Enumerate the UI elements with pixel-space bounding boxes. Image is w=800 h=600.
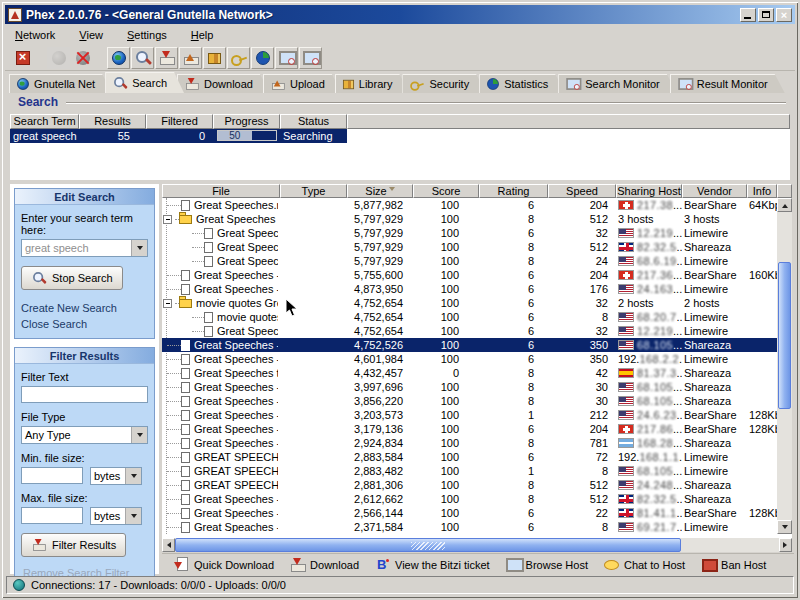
combo-dropdown-button[interactable] xyxy=(131,240,147,256)
scroll-right-button[interactable] xyxy=(779,538,792,552)
collapse-toggle-icon[interactable] xyxy=(163,215,172,224)
statistics-button[interactable] xyxy=(251,47,274,69)
sharing-host-cell: 217.38... xyxy=(616,198,682,212)
file-cell: Great Speeches themp3 xyxy=(162,366,280,380)
maximize-button[interactable] xyxy=(758,8,774,22)
progress-column-header[interactable]: Progress xyxy=(213,114,280,129)
filter-results-button[interactable]: Filter Results xyxy=(21,533,126,557)
result-row-7[interactable]: Great Speeches - Pamp34,873,950100617624… xyxy=(162,282,777,296)
rating-column-header[interactable]: Rating xyxy=(479,184,548,198)
result-row-20[interactable]: GREAT SPEECHES Jimp32,883,4821001868.105… xyxy=(162,464,777,478)
result-row-21[interactable]: GREAT SPEECHES Jimp32,881,306100851224.2… xyxy=(162,478,777,492)
scroll-down-button[interactable] xyxy=(777,520,792,534)
tab-search[interactable]: Search xyxy=(105,72,184,93)
close-search-link[interactable]: Close Search xyxy=(21,318,148,330)
view-the-bitzi-ticket-button[interactable]: View the Bitzi ticket xyxy=(375,557,490,573)
minimize-button[interactable] xyxy=(740,8,756,22)
horizontal-scroll-thumb[interactable] xyxy=(175,538,681,552)
download-button[interactable] xyxy=(155,47,178,69)
score-column-header[interactable]: Score xyxy=(413,184,479,198)
create-new-search-link[interactable]: Create New Search xyxy=(21,302,148,314)
result-row-11[interactable]: Great Speeches - Pamp34,752,526100635068… xyxy=(162,338,777,352)
tab-gnutella-net[interactable]: Gnutella Net xyxy=(9,74,112,93)
vertical-scroll-thumb[interactable] xyxy=(778,262,791,409)
tab-download[interactable]: Download xyxy=(177,74,270,93)
security-button[interactable] xyxy=(227,47,250,69)
type-column-header[interactable]: Type xyxy=(280,184,347,198)
result-row-3[interactable]: Great Speechesmp35,797,92910063212.219..… xyxy=(162,226,777,240)
result-monitor-button[interactable] xyxy=(299,47,322,69)
speed-column-header[interactable]: Speed xyxy=(548,184,616,198)
result-row-10[interactable]: Great Speechesmp34,752,65410063212.219..… xyxy=(162,324,777,338)
max-size-input[interactable] xyxy=(21,507,83,524)
result-row-8[interactable]: movie quotes Great mp34,752,6541006322 h… xyxy=(162,296,777,310)
result-row-15[interactable]: Great Speeches - Rcmp33,856,22010083068.… xyxy=(162,394,777,408)
result-row-16[interactable]: Great Speeches - Jcmp33,203,573100121224… xyxy=(162,408,777,422)
tab-upload[interactable]: Upload xyxy=(263,74,342,93)
result-row-4[interactable]: Great Speechesmp35,797,929100851282.32.5… xyxy=(162,240,777,254)
filter-text-input[interactable] xyxy=(21,386,148,403)
vertical-scrollbar[interactable] xyxy=(777,198,792,534)
info-column-header[interactable]: Info xyxy=(747,184,777,198)
tab-search-monitor[interactable]: Search Monitor xyxy=(558,74,677,93)
tab-library[interactable]: Library xyxy=(335,74,410,93)
max-size-unit-select[interactable]: bytes xyxy=(90,507,142,525)
exit-button[interactable] xyxy=(11,47,34,69)
result-row-6[interactable]: Great Speeches - - mp35,755,600100620421… xyxy=(162,268,777,282)
max-unit-dropdown-button[interactable] xyxy=(125,508,141,524)
stop-search-button[interactable]: Stop Search xyxy=(21,266,123,290)
size-column-header[interactable]: Size xyxy=(347,184,413,198)
result-row-9[interactable]: movie quotes Gimp34,752,6541006868.20.7.… xyxy=(162,310,777,324)
file-column-header[interactable]: File xyxy=(162,184,280,198)
menu-settings[interactable]: Settings xyxy=(127,29,167,41)
disconnect-button[interactable] xyxy=(71,47,94,69)
result-row-17[interactable]: Great Speeches - Jcmp33,179,136100620421… xyxy=(162,422,777,436)
filtered-column-header[interactable]: Filtered xyxy=(146,114,213,129)
tab-result-monitor[interactable]: Result Monitor xyxy=(670,74,785,93)
search-term-combo[interactable]: great speech xyxy=(21,239,148,257)
chat-to-host-button[interactable]: Chat to Host xyxy=(604,557,685,573)
status-column-header[interactable]: Status xyxy=(280,114,347,129)
close-button[interactable]: × xyxy=(776,8,792,22)
result-row-14[interactable]: Great Speeches - Rcmp33,997,69610083068.… xyxy=(162,380,777,394)
result-row-24[interactable]: Great Speaches - M.mp32,371,5841006869.2… xyxy=(162,520,777,534)
download-button[interactable]: Download xyxy=(290,557,359,573)
result-row-23[interactable]: Great Speeches - M.mp32,566,14410062281.… xyxy=(162,506,777,520)
scroll-up-button[interactable] xyxy=(777,198,792,212)
scroll-left-button[interactable] xyxy=(162,538,175,552)
quick-download-button[interactable]: Quick Download xyxy=(174,557,274,573)
file-type-select[interactable]: Any Type xyxy=(21,426,148,444)
vendor-column-header[interactable]: Vendor xyxy=(682,184,747,198)
result-row-18[interactable]: Great Speeches - Acmov2,924,834100878116… xyxy=(162,436,777,450)
result-row-1[interactable]: Great Speeches.mp.mp35,877,9821006204217… xyxy=(162,198,777,212)
search-term-column-header[interactable]: Search Term xyxy=(10,114,79,129)
tab-security[interactable]: Security xyxy=(402,74,486,93)
sharing-host-column-header[interactable]: Sharing Host xyxy=(616,184,682,198)
result-row-5[interactable]: Great Speechesmp35,797,92910082468.6.19.… xyxy=(162,254,777,268)
browse-host-button[interactable]: Browse Host xyxy=(506,557,588,573)
search-row-selected[interactable]: great speech 55 0 50 Searching xyxy=(10,129,347,143)
collapse-toggle-icon[interactable] xyxy=(163,299,172,308)
tab-statistics[interactable]: Statistics xyxy=(479,74,565,93)
upload-button[interactable] xyxy=(179,47,202,69)
titlebar[interactable]: Phex 2.0.0.76 - <General Gnutella Networ… xyxy=(5,5,795,24)
results-column-header[interactable]: Results xyxy=(79,114,146,129)
menu-network[interactable]: Network xyxy=(15,29,55,41)
gnutella-net-button[interactable] xyxy=(107,47,130,69)
search-button[interactable] xyxy=(131,47,154,69)
result-row-19[interactable]: GREAT SPEECHES Jimp32,883,584100672192.1… xyxy=(162,450,777,464)
min-size-unit-select[interactable]: bytes xyxy=(90,467,142,485)
ban-host-button[interactable]: Ban Host xyxy=(701,557,766,573)
file-type-dropdown-button[interactable] xyxy=(131,427,147,443)
result-row-13[interactable]: Great Speeches themp34,432,457084281.37.… xyxy=(162,366,777,380)
result-row-2[interactable]: Great Speeches - Tcmp35,797,92910085123 … xyxy=(162,212,777,226)
menu-view[interactable]: View xyxy=(79,29,103,41)
library-button[interactable] xyxy=(203,47,226,69)
min-unit-dropdown-button[interactable] xyxy=(125,468,141,484)
search-monitor-button[interactable] xyxy=(275,47,298,69)
menu-help[interactable]: Help xyxy=(191,29,214,41)
min-size-input[interactable] xyxy=(21,467,83,484)
horizontal-scrollbar[interactable] xyxy=(162,538,792,552)
result-row-22[interactable]: Great Speeches - Brmp32,612,662100851282… xyxy=(162,492,777,506)
result-row-12[interactable]: Great Speeches - Prmp34,601,984100635019… xyxy=(162,352,777,366)
